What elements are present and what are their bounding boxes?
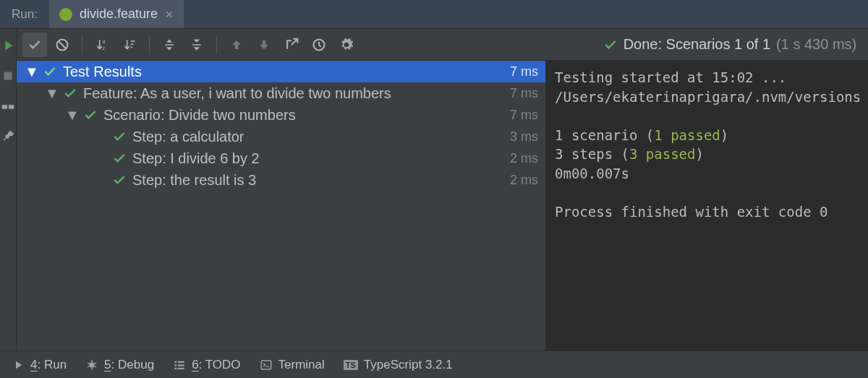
svg-rect-12 <box>178 361 184 362</box>
run-config-filename: divide.feature <box>80 7 158 22</box>
check-icon <box>603 38 618 52</box>
collapse-all-button[interactable] <box>184 33 209 57</box>
expand-all-button[interactable] <box>157 33 182 57</box>
tool-window-terminal[interactable]: Terminal <box>260 358 325 372</box>
run-panel-label: Run: <box>0 0 49 28</box>
tree-step-duration: 2 ms <box>510 151 538 166</box>
chevron-down-icon[interactable]: ▼ <box>25 64 38 80</box>
show-passed-toggle[interactable] <box>22 33 47 57</box>
tree-feature-duration: 7 ms <box>510 86 538 101</box>
test-tree[interactable]: ▼ Test Results 7 ms ▼ Feature: As a user… <box>17 61 546 351</box>
bug-icon <box>85 358 98 371</box>
svg-rect-16 <box>178 367 184 369</box>
check-icon <box>112 173 127 187</box>
run-config-tab[interactable]: divide.feature ✕ <box>49 0 184 28</box>
sort-duration-button[interactable] <box>117 33 142 57</box>
next-failed-button[interactable] <box>252 33 276 57</box>
tree-step[interactable]: Step: I divide 6 by 2 2 ms <box>17 147 545 169</box>
tree-step-duration: 2 ms <box>510 173 538 188</box>
svg-rect-17 <box>261 361 271 369</box>
tree-step-label: Step: I divide 6 by 2 <box>132 150 510 167</box>
tree-step[interactable]: Step: the result is 3 2 ms <box>17 169 545 191</box>
svg-rect-7 <box>131 43 134 45</box>
layout-icon[interactable] <box>0 98 16 114</box>
tool-window-run[interactable]: 4: Run <box>12 358 67 372</box>
terminal-icon <box>260 358 273 371</box>
tree-root-label: Test Results <box>63 64 510 80</box>
tree-root-duration: 7 ms <box>510 64 538 80</box>
stop-icon[interactable] <box>0 68 16 84</box>
svg-rect-0 <box>4 72 12 80</box>
export-results-button[interactable] <box>279 33 304 57</box>
svg-text:z: z <box>103 45 106 50</box>
test-toolbar: az <box>17 29 868 61</box>
svg-rect-2 <box>9 105 14 109</box>
chevron-down-icon[interactable]: ▼ <box>66 107 79 124</box>
tree-step-label: Step: the result is 3 <box>132 172 510 189</box>
svg-point-10 <box>89 362 95 368</box>
pin-icon[interactable] <box>0 129 16 145</box>
tree-step-duration: 3 ms <box>510 129 538 145</box>
typescript-widget[interactable]: TS TypeScript 3.2.1 <box>344 358 453 372</box>
tree-feature[interactable]: ▼ Feature: As a user, i want to divide t… <box>17 82 545 104</box>
check-icon <box>83 108 98 122</box>
typescript-icon: TS <box>344 360 358 370</box>
check-icon <box>112 151 127 166</box>
console-output[interactable]: Testing started at 15:02 ... /Users/ekat… <box>546 61 868 351</box>
check-icon <box>63 86 77 100</box>
tree-scenario[interactable]: ▼ Scenario: Divide two numbers 7 ms <box>17 104 545 126</box>
tree-scenario-label: Scenario: Divide two numbers <box>103 107 510 124</box>
svg-rect-8 <box>131 46 133 48</box>
rerun-icon[interactable] <box>0 38 16 53</box>
svg-rect-1 <box>2 105 7 109</box>
tool-window-todo[interactable]: 6: TODO <box>173 358 240 372</box>
tree-step-label: Step: a calculator <box>132 129 510 145</box>
svg-rect-14 <box>178 364 184 366</box>
tree-scenario-duration: 7 ms <box>510 108 538 123</box>
tree-root[interactable]: ▼ Test Results 7 ms <box>17 61 545 82</box>
tree-step[interactable]: Step: a calculator 3 ms <box>17 126 545 147</box>
list-icon <box>173 358 186 371</box>
show-ignored-toggle[interactable] <box>50 33 75 57</box>
chevron-down-icon[interactable]: ▼ <box>46 85 59 102</box>
close-icon[interactable]: ✕ <box>165 9 174 20</box>
cucumber-icon <box>59 8 72 21</box>
tool-window-debug[interactable]: 5: Debug <box>85 358 154 372</box>
svg-text:a: a <box>103 39 106 44</box>
tree-feature-label: Feature: As a user, i want to divide two… <box>83 85 510 102</box>
svg-rect-15 <box>174 367 176 369</box>
svg-rect-6 <box>131 40 135 42</box>
settings-button[interactable] <box>334 33 359 57</box>
test-history-button[interactable] <box>307 33 331 57</box>
check-icon <box>43 64 57 79</box>
play-icon <box>12 358 25 371</box>
check-icon <box>112 129 127 144</box>
svg-rect-13 <box>174 364 176 366</box>
svg-rect-11 <box>174 361 176 362</box>
previous-failed-button[interactable] <box>224 33 249 57</box>
test-status-summary: Done: Scenarios 1 of 1 (1 s 430 ms) <box>603 36 857 53</box>
sort-alpha-button[interactable]: az <box>90 33 114 57</box>
